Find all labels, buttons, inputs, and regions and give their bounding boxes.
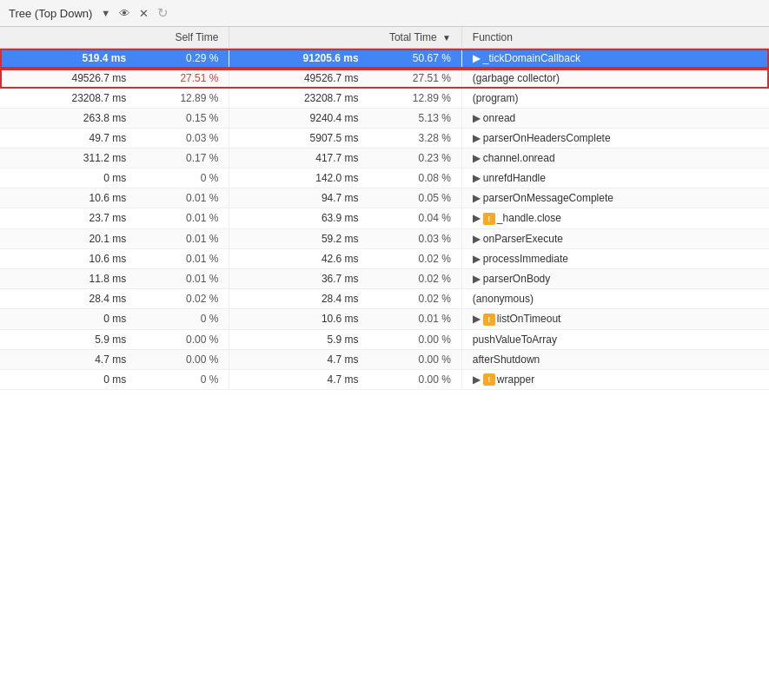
total-time-value: 94.7 ms [229,188,362,208]
self-time-value: 23208.7 ms [0,89,129,109]
total-pct-value: 0.00 % [362,329,462,349]
self-time-value: 0 ms [0,369,129,390]
total-pct-value: 0.08 % [362,168,462,188]
total-pct-value: 5.13 % [362,109,462,129]
function-name: pushValueToArray [473,333,557,346]
warning-icon: ! [483,373,495,386]
table-row[interactable]: 263.8 ms0.15 %9240.4 ms5.13 %▶onread [0,109,769,129]
table-row[interactable]: 519.4 ms0.29 %91205.6 ms50.67 %▶_tickDom… [0,49,769,69]
self-time-value: 311.2 ms [0,149,129,168]
total-time-value: 36.7 ms [229,268,362,288]
table-row[interactable]: 49.7 ms0.03 %5907.5 ms3.28 %▶parserOnHea… [0,129,769,149]
function-value: (garbage collector) [461,69,769,89]
table-row[interactable]: 0 ms0 %10.6 ms0.01 %▶!listOnTimeout [0,308,769,329]
function-value: (program) [461,89,769,109]
table-row[interactable]: 4.7 ms0.00 %4.7 ms0.00 %afterShutdown [0,349,769,369]
expand-arrow-icon[interactable]: ▶ [473,313,481,325]
expand-arrow-icon[interactable]: ▶ [473,253,481,265]
self-pct-value: 0.01 % [129,248,229,268]
warning-icon: ! [483,213,495,225]
self-pct-value: 0.01 % [129,268,229,288]
function-name: parserOnBody [483,273,550,285]
dropdown-icon[interactable]: ▼ [101,8,110,18]
self-pct-value: 0.17 % [129,149,229,168]
total-time-value: 9240.4 ms [229,109,362,129]
expand-arrow-icon[interactable]: ▶ [473,212,481,224]
self-time-value: 28.4 ms [0,288,129,308]
total-time-value: 23208.7 ms [229,89,362,109]
self-time-value: 23.7 ms [0,208,129,229]
total-time-value: 4.7 ms [229,349,362,369]
function-name: (program) [473,92,519,104]
function-name: (garbage collector) [473,72,560,84]
total-time-value: 10.6 ms [229,308,362,329]
self-time-value: 10.6 ms [0,248,129,268]
self-pct-value: 27.51 % [129,69,229,89]
self-pct-value: 0.29 % [129,49,229,69]
self-pct-value: 0.15 % [129,109,229,129]
table-row[interactable]: 11.8 ms0.01 %36.7 ms0.02 %▶parserOnBody [0,268,769,288]
function-name: listOnTimeout [497,313,561,325]
self-pct-value: 12.89 % [129,89,229,109]
function-value: ▶parserOnBody [461,268,769,288]
expand-arrow-icon[interactable]: ▶ [473,132,481,144]
function-value: ▶unrefdHandle [461,168,769,188]
expand-arrow-icon[interactable]: ▶ [473,233,481,245]
table-row[interactable]: 20.1 ms0.01 %59.2 ms0.03 %▶onParserExecu… [0,228,769,248]
expand-arrow-icon[interactable]: ▶ [473,273,481,285]
table-row[interactable]: 23208.7 ms12.89 %23208.7 ms12.89 %(progr… [0,89,769,109]
table-row[interactable]: 10.6 ms0.01 %42.6 ms0.02 %▶processImmedi… [0,248,769,268]
self-time-header[interactable]: Self Time [0,27,229,49]
refresh-icon[interactable]: ↻ [157,5,169,21]
expand-arrow-icon[interactable]: ▶ [473,52,481,64]
eye-icon[interactable]: 👁 [119,7,130,20]
function-name: onread [483,112,515,124]
expand-arrow-icon[interactable]: ▶ [473,172,481,184]
total-time-value: 91205.6 ms [229,49,362,69]
total-pct-value: 0.01 % [362,308,462,329]
self-time-value: 10.6 ms [0,188,129,208]
self-time-value: 11.8 ms [0,268,129,288]
self-time-value: 49.7 ms [0,129,129,149]
sort-indicator: ▼ [442,33,451,43]
function-value: ▶parserOnHeadersComplete [461,129,769,149]
table-container: Self Time Total Time ▼ Function 519.4 ms… [0,27,769,390]
total-time-value: 28.4 ms [229,288,362,308]
table-row[interactable]: 311.2 ms0.17 %417.7 ms0.23 %▶channel.onr… [0,149,769,168]
close-icon[interactable]: ✕ [139,7,149,20]
expand-arrow-icon[interactable]: ▶ [473,373,481,386]
table-row[interactable]: 5.9 ms0.00 %5.9 ms0.00 %pushValueToArray [0,329,769,349]
table-row[interactable]: 49526.7 ms27.51 %49526.7 ms27.51 %(garba… [0,69,769,89]
function-header: Function [461,27,769,49]
total-pct-value: 12.89 % [362,89,462,109]
self-pct-value: 0 % [129,168,229,188]
self-pct-value: 0.00 % [129,329,229,349]
function-value: ▶parserOnMessageComplete [461,188,769,208]
function-value: ▶!listOnTimeout [461,308,769,329]
function-name: parserOnHeadersComplete [483,132,611,144]
self-time-value: 0 ms [0,308,129,329]
table-row[interactable]: 10.6 ms0.01 %94.7 ms0.05 %▶parserOnMessa… [0,188,769,208]
function-value: ▶!_handle.close [461,208,769,229]
expand-arrow-icon[interactable]: ▶ [473,152,481,164]
self-time-value: 519.4 ms [0,49,129,69]
expand-arrow-icon[interactable]: ▶ [473,112,481,124]
table-header: Self Time Total Time ▼ Function [0,27,769,49]
total-pct-value: 0.04 % [362,208,462,229]
function-value: ▶onParserExecute [461,228,769,248]
total-pct-value: 0.03 % [362,228,462,248]
self-time-value: 263.8 ms [0,109,129,129]
table-row[interactable]: 0 ms0 %4.7 ms0.00 %▶!wrapper [0,369,769,390]
function-name: channel.onread [483,152,555,164]
self-time-value: 5.9 ms [0,329,129,349]
self-pct-value: 0.01 % [129,228,229,248]
table-row[interactable]: 0 ms0 %142.0 ms0.08 %▶unrefdHandle [0,168,769,188]
table-row[interactable]: 28.4 ms0.02 %28.4 ms0.02 %(anonymous) [0,288,769,308]
function-name: onParserExecute [483,233,563,245]
function-value: ▶channel.onread [461,149,769,168]
total-time-value: 5907.5 ms [229,129,362,149]
self-pct-value: 0 % [129,308,229,329]
expand-arrow-icon[interactable]: ▶ [473,192,481,204]
table-row[interactable]: 23.7 ms0.01 %63.9 ms0.04 %▶!_handle.clos… [0,208,769,229]
total-time-header[interactable]: Total Time ▼ [229,27,461,49]
